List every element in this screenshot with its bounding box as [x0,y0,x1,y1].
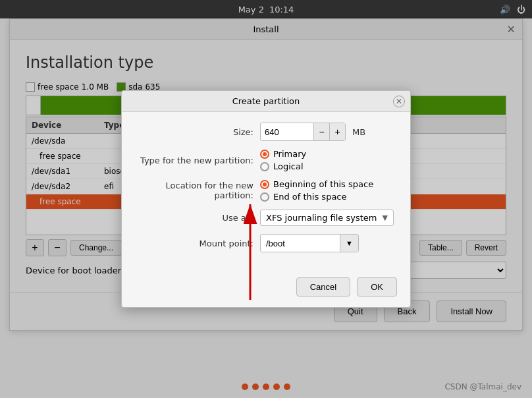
mount-control: ▼ [260,234,397,252]
size-decrease-button[interactable]: − [313,123,329,140]
type-primary-label: Primary [273,149,306,159]
type-logical-option[interactable]: Logical [260,161,306,171]
size-input[interactable] [261,125,313,140]
type-radio-group: Primary Logical [260,149,306,171]
radio-end[interactable] [260,192,269,202]
modal-overlay: Create partition ✕ Size: − + MB Type for… [0,0,532,398]
type-control: Primary Logical [260,149,397,171]
radio-logical[interactable] [260,162,269,171]
location-end-label: End of this space [273,192,347,202]
location-beginning-option[interactable]: Beginning of this space [260,179,373,189]
dialog-close-button[interactable]: ✕ [393,96,405,107]
use-as-row: Use as: XFS journaling file system ▼ [135,210,397,226]
size-increase-button[interactable]: + [329,123,345,140]
mount-input[interactable] [261,236,340,251]
location-beginning-label: Beginning of this space [273,179,373,189]
dialog-button-row: Cancel OK [122,271,410,307]
ok-button[interactable]: OK [357,277,397,297]
type-primary-option[interactable]: Primary [260,149,306,159]
location-end-option[interactable]: End of this space [260,192,373,202]
use-as-label: Use as: [135,213,260,223]
location-control: Beginning of this space End of this spac… [260,179,397,202]
type-label: Type for the new partition: [135,156,260,165]
size-unit: MB [352,127,365,137]
dialog-title: Create partition [232,96,300,106]
chevron-down-icon: ▼ [382,213,387,222]
type-logical-label: Logical [273,161,304,171]
mount-input-wrap: ▼ [260,234,359,252]
use-as-value: XFS journaling file system [266,213,377,223]
use-as-select[interactable]: XFS journaling file system ▼ [260,210,394,226]
size-control: − + MB [260,123,397,141]
radio-beginning[interactable] [260,180,269,189]
type-row: Type for the new partition: Primary Logi… [135,149,397,171]
radio-primary[interactable] [260,150,269,159]
mount-label: Mount point: [135,239,260,248]
create-partition-dialog: Create partition ✕ Size: − + MB Type for… [121,90,411,308]
dialog-titlebar: Create partition ✕ [122,91,410,112]
size-row: Size: − + MB [135,123,397,141]
use-as-control: XFS journaling file system ▼ [260,210,397,226]
location-radio-group: Beginning of this space End of this spac… [260,179,373,202]
dialog-body: Size: − + MB Type for the new partition: [122,112,410,271]
size-label: Size: [135,127,260,137]
location-row: Location for the new partition: Beginnin… [135,179,397,202]
location-label: Location for the new partition: [135,181,260,200]
mount-row: Mount point: ▼ [135,234,397,252]
mount-dropdown-button[interactable]: ▼ [340,235,358,252]
size-input-wrap: − + [260,123,346,141]
cancel-button[interactable]: Cancel [296,277,350,297]
